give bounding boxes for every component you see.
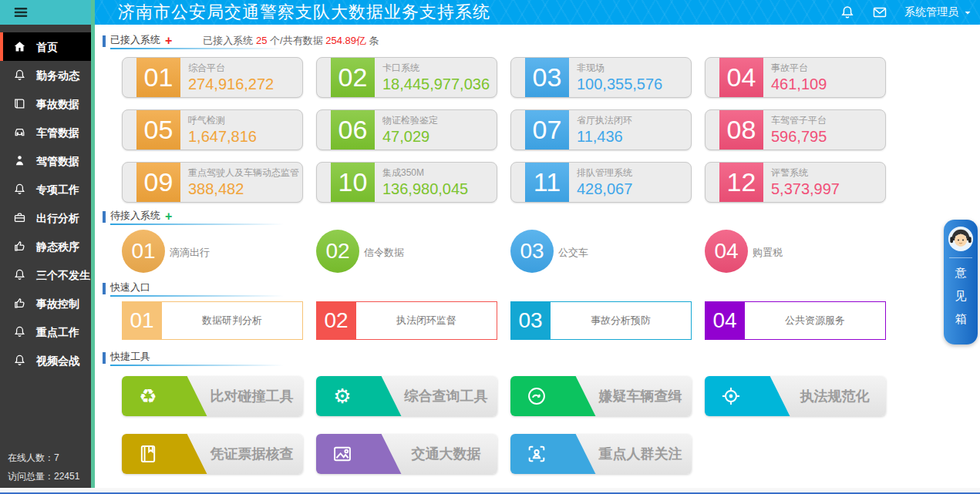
section-underline [110, 295, 284, 297]
pending-system-didi[interactable]: 01 滴滴出行 [122, 230, 303, 273]
system-card-03[interactable]: 03 非现场 100,355,576 [510, 57, 692, 98]
connected-summary: 已接入系统 25 个/共有数据 254.89亿 条 [203, 34, 379, 48]
quick-entry-accident-prevention[interactable]: 03 事故分析预防 [510, 301, 692, 340]
sidebar-item-accident-control[interactable]: 事故控制 [0, 289, 91, 318]
system-card-07[interactable]: 07 省厅执法闭环 11,436 [510, 109, 692, 150]
sidebar-item-key-work[interactable]: 重点工作 [0, 318, 91, 346]
system-card-02[interactable]: 02 卡口系统 18,445,977,036 [316, 57, 497, 98]
section-title: 已接入系统 [110, 33, 160, 49]
visit-total: 访问总量：22451 [8, 470, 79, 483]
topbar-right: 系统管理员 [840, 0, 972, 25]
tool-voucher-check[interactable]: 凭证票据核查 [122, 434, 303, 474]
quick-entry-law-enforcement[interactable]: 02 执法闭环监督 [316, 301, 497, 340]
thumbs-up-icon [13, 297, 26, 310]
home-icon [13, 40, 26, 53]
system-card-06[interactable]: 06 物证检验鉴定 47,029 [316, 109, 497, 150]
section-bar [103, 211, 106, 223]
feedback-box-widget[interactable]: 意 见 箱 [944, 220, 978, 344]
tool-compare-collision[interactable]: ♻ 比对碰撞工具 [122, 376, 303, 416]
tool-key-people-watch[interactable]: 重点人群关注 [510, 434, 692, 474]
section-tools-header: 快捷工具 [103, 351, 150, 365]
bell-icon [13, 69, 26, 82]
thumbs-up-icon [13, 240, 26, 253]
sidebar-item-driver-data[interactable]: 驾管数据 [0, 146, 91, 175]
section-bar [103, 283, 106, 294]
ledger-icon [137, 443, 159, 465]
system-card-01[interactable]: 01 综合平台 274,916,272 [122, 57, 303, 98]
book-icon [13, 97, 26, 110]
sidebar-item-static-order[interactable]: 静态秩序 [0, 232, 91, 260]
bell-icon [13, 354, 26, 367]
page-footer-line [0, 488, 980, 494]
pending-system-purchase-tax[interactable]: 04 购置税 [705, 230, 886, 273]
quick-entry-data-analysis[interactable]: 01 数据研判分析 [122, 301, 303, 340]
sidebar-item-travel-analysis[interactable]: 出行分析 [0, 203, 91, 232]
section-pending-systems-header: 待接入系统 + [103, 210, 172, 223]
user-name: 系统管理员 [904, 5, 958, 19]
car-icon [13, 126, 26, 139]
pending-system-signaling[interactable]: 02 信令数据 [316, 230, 497, 273]
system-card-08[interactable]: 08 车驾管子平台 596,795 [705, 109, 886, 150]
connected-systems-grid: 01 综合平台 274,916,272 02 卡口系统 18,445,977,0… [122, 57, 886, 203]
briefcase-icon [13, 211, 26, 224]
recycle-icon: ♻ [137, 385, 159, 407]
person-scan-icon [526, 443, 547, 465]
system-card-09[interactable]: 09 重点驾驶人及车辆动态监管 388,482 [122, 162, 303, 203]
system-card-10[interactable]: 10 集成350M 136,980,045 [316, 162, 497, 203]
section-underline [110, 223, 284, 225]
main-content: 已接入系统 + 已接入系统 25 个/共有数据 254.89亿 条 01 综合平… [95, 25, 980, 489]
section-connected-systems-header: 已接入系统 + 已接入系统 25 个/共有数据 254.89亿 条 [103, 34, 379, 48]
section-title: 待接入系统 [110, 209, 160, 224]
add-pending-system-icon[interactable]: + [165, 211, 172, 222]
page-title: 济南市公安局交通警察支队大数据业务支持系统 [118, 0, 490, 25]
pending-systems-row: 01 滴滴出行 02 信令数据 03 公交车 04 购置税 [122, 230, 886, 273]
topbar-corner [0, 0, 91, 25]
police-mascot-icon [948, 226, 974, 252]
section-underline [110, 48, 284, 49]
section-title: 快捷工具 [110, 350, 150, 365]
sidebar-item-special-work[interactable]: 专项工作 [0, 175, 91, 203]
chevron-down-icon [963, 8, 972, 17]
map-image-icon [332, 443, 353, 465]
user-menu[interactable]: 系统管理员 [904, 5, 972, 19]
hamburger-menu-icon[interactable] [12, 4, 29, 21]
tool-law-standardization[interactable]: 执法规范化 [705, 376, 886, 416]
tool-suspect-vehicle[interactable]: 嫌疑车辆查缉 [510, 376, 692, 416]
sidebar: 首页 勤务动态 事故数据 车管数据 驾管数据 专项工作 出行分析 静态秩序 [0, 25, 91, 489]
online-count: 在线人数：7 [8, 452, 59, 465]
sidebar-item-vehicle-data[interactable]: 车管数据 [0, 118, 91, 146]
sidebar-item-accident-data[interactable]: 事故数据 [0, 89, 91, 118]
system-card-12[interactable]: 12 评警系统 5,373,997 [705, 162, 886, 203]
gear-icon: ⚙ [332, 385, 353, 407]
sidebar-item-home[interactable]: 首页 [0, 32, 91, 61]
system-card-05[interactable]: 05 呼气检测 1,647,816 [122, 109, 303, 150]
mail-icon[interactable] [872, 5, 887, 20]
section-bar [103, 35, 106, 47]
section-underline [110, 365, 284, 366]
add-system-icon[interactable]: + [165, 35, 172, 46]
quick-entry-public-resources[interactable]: 04 公共资源服务 [705, 301, 886, 340]
section-quick-entry-header: 快速入口 [103, 281, 150, 295]
pending-system-bus[interactable]: 03 公交车 [510, 230, 692, 273]
tool-traffic-big-data[interactable]: 交通大数据 [316, 434, 497, 474]
section-bar [103, 352, 106, 364]
bell-icon [13, 268, 26, 281]
notification-bell-icon[interactable] [840, 5, 855, 20]
section-title: 快速入口 [110, 281, 150, 296]
tools-grid: ♻ 比对碰撞工具 ⚙ 综合查询工具 嫌疑车辆查缉 执法规范化 凭证 [122, 376, 886, 474]
crosshair-icon [720, 385, 742, 407]
sidebar-item-video-campaign[interactable]: 视频会战 [0, 346, 91, 375]
person-icon [13, 154, 26, 167]
quick-entry-row: 01 数据研判分析 02 执法闭环监督 03 事故分析预防 04 公共资源服务 [122, 301, 886, 340]
sidebar-item-three-no-occur[interactable]: 三个不发生 [0, 260, 91, 289]
tool-comprehensive-query[interactable]: ⚙ 综合查询工具 [316, 376, 497, 416]
divider [949, 257, 972, 258]
circle-arrow-icon [526, 385, 547, 407]
system-card-11[interactable]: 11 排队管理系统 428,067 [510, 162, 692, 203]
app-root: 济南市公安局交通警察支队大数据业务支持系统 系统管理员 首页 勤务动态 事故数据 [0, 0, 980, 494]
bell-icon [13, 183, 26, 196]
top-bar: 济南市公安局交通警察支队大数据业务支持系统 系统管理员 [0, 0, 980, 25]
bell-icon [13, 325, 26, 338]
sidebar-item-duty-status[interactable]: 勤务动态 [0, 61, 91, 89]
system-card-04[interactable]: 04 事故平台 461,109 [705, 57, 886, 98]
